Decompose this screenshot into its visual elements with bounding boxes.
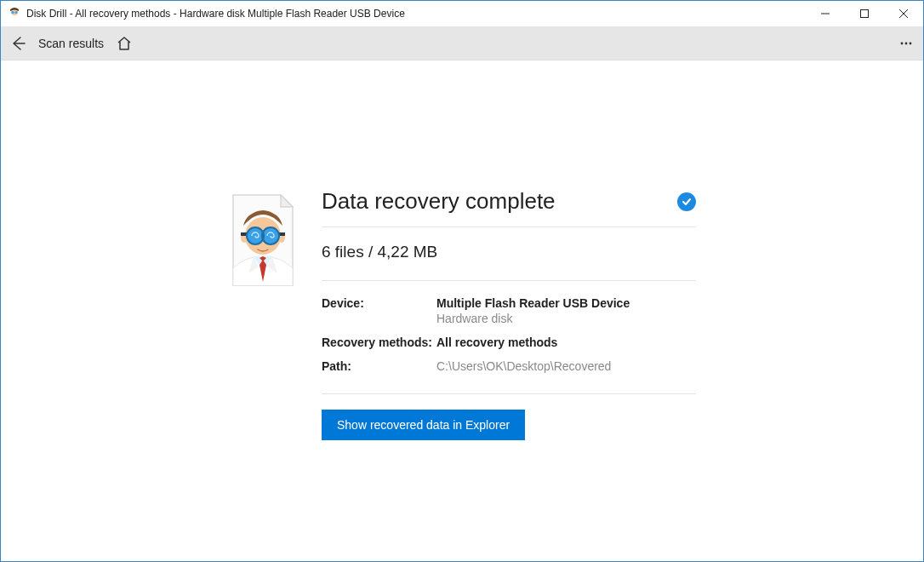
breadcrumb[interactable]: Scan results (38, 37, 104, 50)
more-button[interactable] (898, 35, 915, 52)
recovery-summary: 6 files / 4,22 MB (322, 227, 696, 281)
back-button[interactable] (9, 35, 26, 52)
app-window: Disk Drill - All recovery methods - Hard… (0, 0, 924, 562)
svg-rect-5 (861, 10, 869, 18)
action-row: Show recovered data in Explorer (322, 394, 696, 440)
window-title: Disk Drill - All recovery methods - Hard… (26, 8, 405, 20)
recovery-panel: Data recovery complete 6 files / 4,22 MB… (228, 188, 696, 440)
app-icon (8, 7, 21, 20)
path-label: Path: (322, 359, 436, 373)
device-name: Multiple Flash Reader USB Device (436, 296, 696, 310)
maximize-button[interactable] (845, 1, 884, 26)
path-row: Path: C:\Users\OK\Desktop\Recovered (322, 354, 696, 378)
details-section: Device: Multiple Flash Reader USB Device… (322, 281, 696, 394)
show-in-explorer-button[interactable]: Show recovered data in Explorer (322, 410, 525, 440)
window-controls (806, 1, 923, 26)
recovery-heading: Data recovery complete (322, 188, 556, 215)
svg-point-9 (905, 42, 908, 44)
path-value: C:\Users\OK\Desktop\Recovered (436, 359, 696, 373)
mascot-icon (228, 193, 298, 287)
toolbar: Scan results (1, 26, 923, 60)
minimize-button[interactable] (806, 1, 845, 26)
methods-row: Recovery methods: All recovery methods (322, 330, 696, 354)
svg-point-8 (901, 42, 904, 44)
success-check-icon (677, 192, 696, 211)
svg-point-10 (910, 42, 912, 44)
methods-value: All recovery methods (436, 335, 696, 349)
heading-row: Data recovery complete (322, 188, 696, 227)
titlebar: Disk Drill - All recovery methods - Hard… (1, 1, 923, 26)
methods-label: Recovery methods: (322, 335, 436, 349)
home-button[interactable] (116, 35, 133, 52)
info-column: Data recovery complete 6 files / 4,22 MB… (322, 188, 696, 440)
content-area: Data recovery complete 6 files / 4,22 MB… (1, 60, 923, 561)
device-row: Device: Multiple Flash Reader USB Device… (322, 291, 696, 330)
svg-point-3 (14, 11, 17, 14)
device-type: Hardware disk (436, 312, 696, 325)
svg-point-2 (11, 11, 14, 14)
close-button[interactable] (884, 1, 923, 26)
svg-rect-1 (10, 15, 19, 20)
device-label: Device: (322, 296, 436, 325)
